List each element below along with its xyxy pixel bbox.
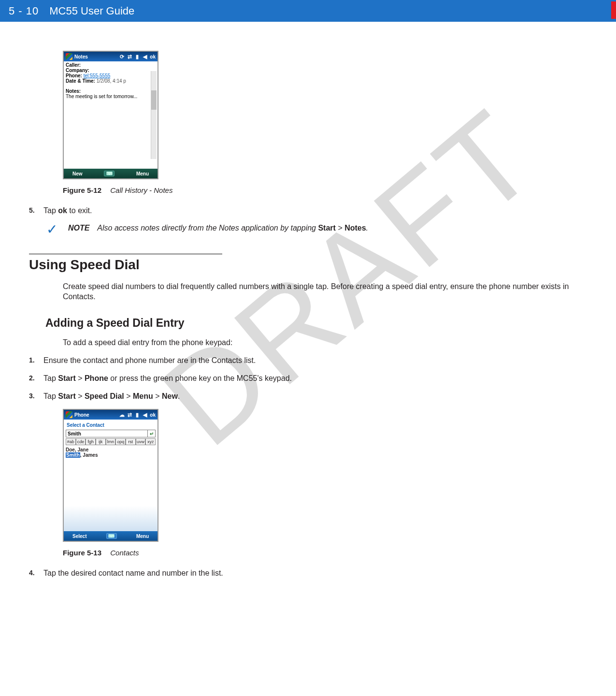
notes-label: Notes: bbox=[66, 88, 81, 94]
figure-5-13-caption: Figure 5-13 Contacts bbox=[63, 549, 587, 557]
clear-search-icon: ↵ bbox=[148, 430, 156, 437]
figure-title: Call History - Notes bbox=[110, 186, 172, 194]
volume-icon: ◀ bbox=[142, 412, 148, 418]
page-header: 5 - 10 MC55 User Guide bbox=[0, 0, 616, 22]
figure-label: Figure 5-13 bbox=[63, 549, 101, 557]
contact-row: Doe, Jane bbox=[66, 447, 156, 452]
ok-button: ok bbox=[150, 412, 156, 418]
step-5: 5. Tap ok to exit. bbox=[29, 206, 587, 216]
company-label: Company: bbox=[66, 68, 89, 73]
device2-titlebar: Phone ☁ ⇄ ▮ ◀ ok bbox=[64, 410, 158, 420]
phone-link: tel:555-5555 bbox=[84, 73, 111, 78]
chat-icon: ☁ bbox=[119, 412, 125, 418]
datetime-label: Date & Time: bbox=[66, 78, 95, 84]
device-body: Caller: Company: Phone: tel:555-5555 Dat… bbox=[64, 61, 158, 169]
signal-icon: ▮ bbox=[134, 412, 140, 418]
step-1: 1. Ensure the contact and phone number a… bbox=[29, 356, 587, 366]
red-margin-tab bbox=[611, 1, 616, 19]
start-flag-icon bbox=[66, 411, 72, 418]
guide-title: MC55 User Guide bbox=[49, 5, 134, 17]
subsection-heading: Adding a Speed Dial Entry bbox=[45, 317, 587, 330]
volume-icon: ◀ bbox=[142, 54, 148, 59]
contact-row: Smith, James bbox=[66, 452, 156, 458]
alpha-tab: ijk bbox=[96, 438, 106, 445]
caller-label: Caller: bbox=[66, 62, 81, 68]
device-title: Notes bbox=[74, 54, 88, 59]
alpha-tab: xyz bbox=[145, 438, 156, 445]
alpha-tab: lmn bbox=[106, 438, 116, 445]
ok-button: ok bbox=[150, 54, 156, 59]
device2-softkey-bar: Select Menu bbox=[64, 531, 158, 541]
datetime-value: 1/2/08, 4:14 p bbox=[97, 78, 126, 84]
alpha-tab: #ab bbox=[66, 438, 76, 445]
step-4: 4. Tap the desired contact name and numb… bbox=[29, 568, 587, 579]
device-notes-screenshot: Notes ⟳ ⇄ ▮ ◀ ok Caller: Company: Phone:… bbox=[63, 51, 158, 179]
softkey-new: New bbox=[72, 171, 83, 176]
device-contacts-screenshot: Phone ☁ ⇄ ▮ ◀ ok Select a Contact ↵ #ab … bbox=[63, 409, 158, 542]
softkey-menu: Menu bbox=[136, 171, 149, 176]
alpha-tab: opq bbox=[115, 438, 126, 445]
notes-body: The meeting is set for tomorrow... bbox=[66, 94, 156, 99]
contact-search-input bbox=[66, 430, 148, 437]
alpha-tab: fgh bbox=[86, 438, 96, 445]
step-2: 2. Tap Start > Phone or press the green … bbox=[29, 374, 587, 384]
step-3: 3. Tap Start > Speed Dial > Menu > New. bbox=[29, 392, 587, 402]
device2-title: Phone bbox=[74, 412, 89, 418]
note-label: NOTE bbox=[68, 224, 89, 232]
start-flag-icon bbox=[66, 53, 72, 60]
figure-label: Figure 5-12 bbox=[63, 186, 101, 194]
alpha-tab: uvw bbox=[136, 438, 146, 445]
section-heading: Using Speed Dial bbox=[29, 257, 587, 273]
phone-label: Phone: bbox=[66, 73, 82, 78]
softkey-menu: Menu bbox=[136, 534, 149, 539]
section-rule bbox=[29, 254, 222, 254]
scrollbar bbox=[151, 71, 157, 159]
keyboard-icon bbox=[106, 533, 117, 539]
subsection-intro: To add a speed dial entry from the phone… bbox=[63, 338, 587, 347]
connection-icon: ⇄ bbox=[127, 54, 132, 59]
contact-list: Doe, Jane Smith, James bbox=[64, 446, 158, 531]
keyboard-icon bbox=[104, 171, 115, 176]
section-paragraph: Create speed dial numbers to dial freque… bbox=[63, 281, 575, 302]
softkey-select: Select bbox=[72, 534, 86, 539]
device-titlebar: Notes ⟳ ⇄ ▮ ◀ ok bbox=[64, 52, 158, 61]
figure-5-12-caption: Figure 5-12 Call History - Notes bbox=[63, 186, 587, 194]
sync-icon: ⇄ bbox=[127, 412, 132, 418]
select-contact-label: Select a Contact bbox=[64, 420, 158, 429]
checkmark-icon: ✓ bbox=[46, 223, 57, 236]
sync-icon: ⟳ bbox=[119, 54, 125, 59]
signal-icon: ▮ bbox=[134, 54, 140, 59]
alpha-tab: cde bbox=[76, 438, 86, 445]
figure-title: Contacts bbox=[110, 549, 139, 557]
note-block: ✓ NOTE Also access notes directly from t… bbox=[46, 224, 587, 236]
alpha-tabs: #ab cde fgh ijk lmn opq rst uvw xyz bbox=[64, 438, 158, 446]
page-number: 5 - 10 bbox=[9, 5, 39, 17]
device-softkey-bar: New Menu bbox=[64, 169, 158, 178]
alpha-tab: rst bbox=[126, 438, 136, 445]
